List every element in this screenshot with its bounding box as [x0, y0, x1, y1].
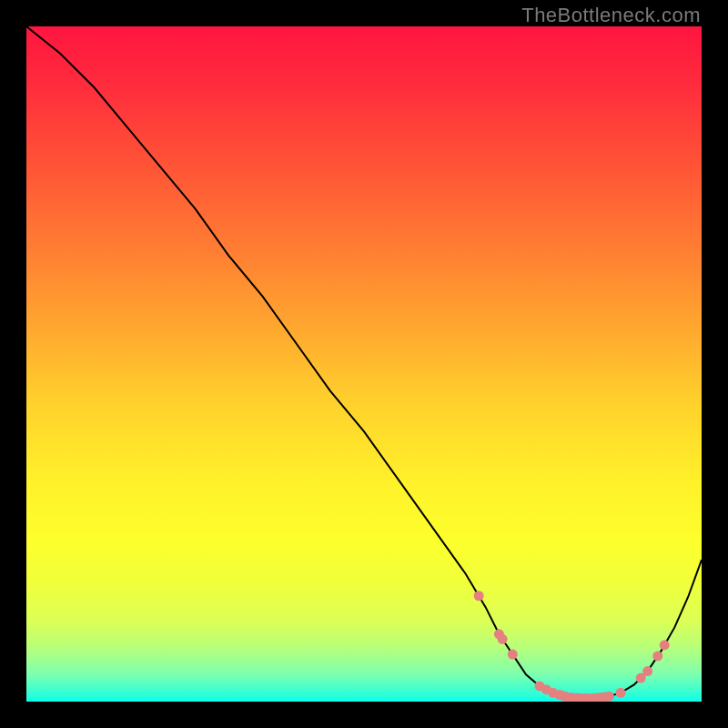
curve-marker [642, 666, 652, 676]
curve-markers [474, 591, 670, 702]
curve-marker [498, 634, 508, 644]
curve-marker [474, 591, 484, 601]
curve-marker [652, 651, 662, 661]
bottleneck-curve [26, 26, 702, 698]
plot-area [26, 26, 702, 702]
curve-layer [26, 26, 702, 702]
curve-marker [615, 688, 625, 698]
curve-marker [604, 692, 614, 702]
watermark-text: TheBottleneck.com [521, 4, 701, 27]
chart-stage: TheBottleneck.com [0, 0, 728, 728]
curve-marker [508, 650, 518, 660]
curve-marker [660, 640, 670, 650]
